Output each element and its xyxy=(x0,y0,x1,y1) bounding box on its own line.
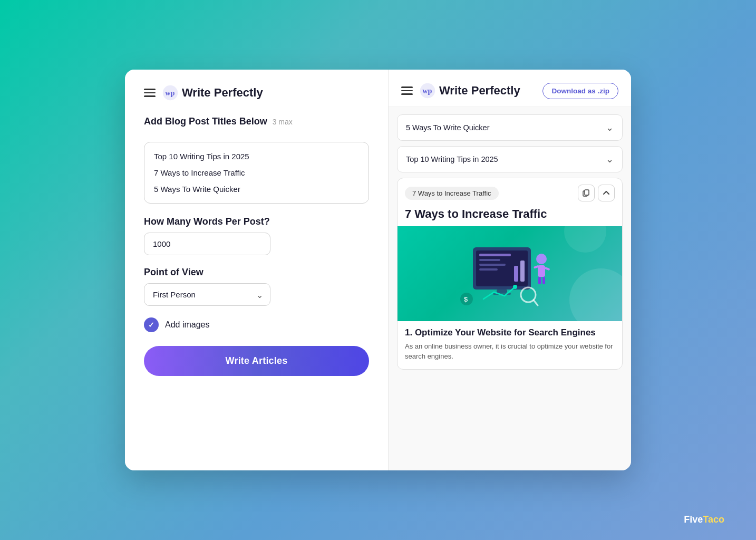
dropdown-label-2: Top 10 Writing Tips in 2025 xyxy=(406,155,498,163)
copy-icon xyxy=(583,189,590,197)
svg-rect-20 xyxy=(538,277,541,284)
section-max: 3 max xyxy=(273,118,293,126)
words-input[interactable] xyxy=(144,233,270,255)
titles-box: Top 10 Writing Tips in 2025 7 Ways to In… xyxy=(144,142,369,204)
add-images-checkbox[interactable] xyxy=(144,317,159,332)
brand-taco: Taco xyxy=(703,514,724,525)
svg-text:$: $ xyxy=(464,295,468,303)
chevron-down-icon-2: ⌄ xyxy=(606,153,614,165)
svg-rect-13 xyxy=(520,261,525,282)
article-title: 7 Ways to Increase Traffic xyxy=(398,201,622,226)
svg-line-23 xyxy=(534,300,538,305)
svg-rect-11 xyxy=(479,268,498,271)
right-logo: wp Write Perfectly xyxy=(419,82,520,99)
pov-select[interactable]: First Person Second Person Third Person xyxy=(144,283,270,306)
article-image: $ xyxy=(398,226,622,321)
svg-rect-9 xyxy=(479,259,500,261)
svg-rect-10 xyxy=(479,264,506,266)
svg-rect-8 xyxy=(479,254,511,256)
svg-text:wp: wp xyxy=(422,86,432,95)
pov-select-wrapper: First Person Second Person Third Person … xyxy=(144,283,270,306)
svg-rect-12 xyxy=(514,266,518,282)
article-card-actions xyxy=(578,185,615,201)
article-section-title: 1. Optimize Your Website for Search Engi… xyxy=(398,321,622,341)
right-header: wp Write Perfectly Download as .zip xyxy=(389,70,631,107)
copy-button[interactable] xyxy=(578,185,595,201)
article-illustration: $ xyxy=(452,237,568,311)
left-header: wp Write Perfectly xyxy=(144,84,369,101)
article-tag: 7 Ways to Increase Traffic xyxy=(405,187,499,200)
svg-rect-14 xyxy=(497,290,507,293)
left-menu-icon[interactable] xyxy=(144,89,156,97)
download-button[interactable]: Download as .zip xyxy=(542,83,618,99)
left-panel: wp Write Perfectly Add Blog Post Titles … xyxy=(125,70,389,470)
dropdown-label-1: 5 Ways To Write Quicker xyxy=(406,123,489,132)
left-logo-icon: wp xyxy=(162,84,179,101)
svg-rect-17 xyxy=(538,265,545,277)
image-decor-1 xyxy=(569,268,622,321)
section-title-row: Add Blog Post Titles Below 3 max xyxy=(144,116,369,130)
svg-rect-21 xyxy=(542,277,545,284)
section-title: Add Blog Post Titles Below xyxy=(144,116,267,127)
pov-section: Point of View First Person Second Person… xyxy=(144,267,369,306)
chevron-down-icon-1: ⌄ xyxy=(606,122,614,133)
main-container: wp Write Perfectly Add Blog Post Titles … xyxy=(125,70,631,470)
brand-footer: FiveTaco xyxy=(684,514,724,525)
article-body-text: As an online business owner, it is cruci… xyxy=(398,341,622,369)
image-decor-2 xyxy=(564,226,606,253)
chevron-up-icon xyxy=(603,189,610,197)
title-item-3: 5 Ways To Write Quicker xyxy=(154,184,359,195)
left-logo-text: Write Perfectly xyxy=(182,86,263,100)
right-panel: wp Write Perfectly Download as .zip 5 Wa… xyxy=(389,70,631,470)
collapse-button[interactable] xyxy=(598,185,615,201)
brand-five: Five xyxy=(684,514,703,525)
svg-point-24 xyxy=(513,285,517,289)
article-card: 7 Ways to Increase Traffic xyxy=(397,178,623,370)
pov-label: Point of View xyxy=(144,267,369,278)
article-card-header: 7 Ways to Increase Traffic xyxy=(398,178,622,201)
title-item-2: 7 Ways to Increase Traffic xyxy=(154,167,359,178)
svg-point-16 xyxy=(536,254,547,264)
write-articles-button[interactable]: Write Articles xyxy=(144,346,369,376)
title-item-1: Top 10 Writing Tips in 2025 xyxy=(154,151,359,162)
dropdown-row-2[interactable]: Top 10 Writing Tips in 2025 ⌄ xyxy=(397,146,623,172)
right-logo-text: Write Perfectly xyxy=(439,84,520,98)
svg-text:wp: wp xyxy=(165,89,175,97)
left-logo: wp Write Perfectly xyxy=(162,84,263,101)
right-menu-icon[interactable] xyxy=(401,86,413,95)
add-images-label: Add images xyxy=(165,320,210,330)
words-label: How Many Words Per Post? xyxy=(144,216,369,227)
right-header-left: wp Write Perfectly xyxy=(401,82,520,99)
dropdown-row-1[interactable]: 5 Ways To Write Quicker ⌄ xyxy=(397,114,623,141)
svg-rect-19 xyxy=(545,267,550,271)
add-images-row: Add images xyxy=(144,317,369,332)
right-content: 5 Ways To Write Quicker ⌄ Top 10 Writing… xyxy=(389,107,631,470)
svg-rect-5 xyxy=(585,190,589,195)
right-logo-icon: wp xyxy=(419,82,436,99)
